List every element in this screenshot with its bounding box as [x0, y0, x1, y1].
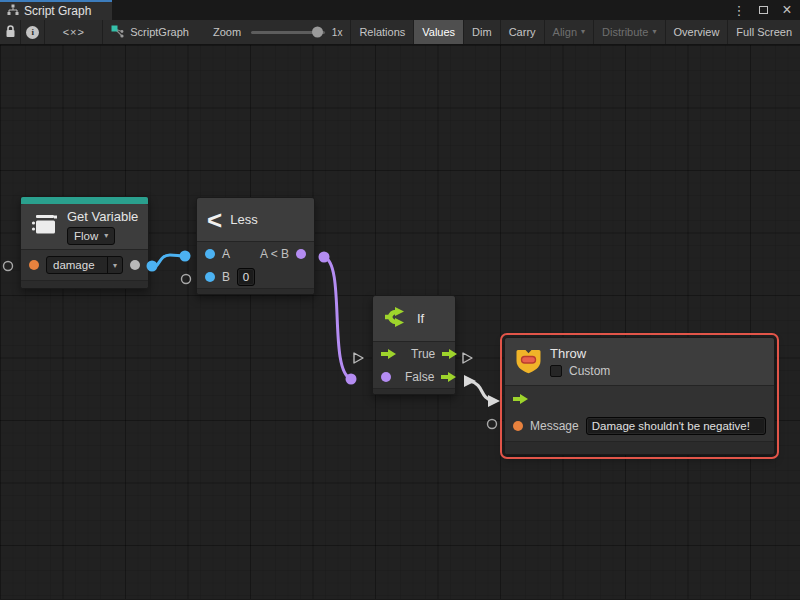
node-footer [505, 441, 774, 454]
variable-name-dropdown[interactable]: damage ▾ [46, 256, 123, 274]
node-title: Throw [550, 346, 586, 361]
graph-breadcrumb[interactable]: ScriptGraph [103, 20, 197, 44]
value-output-port[interactable] [130, 260, 140, 270]
dim-button[interactable]: Dim [464, 20, 501, 44]
flow-input-port[interactable] [381, 348, 397, 360]
node-title: Get Variable [67, 209, 138, 224]
input-b-row: B 0 [197, 265, 314, 288]
false-output-port[interactable] [441, 371, 457, 383]
zoom-slider-handle[interactable] [312, 27, 323, 38]
node-header: Get Variable Flow ▾ [21, 204, 148, 250]
overview-button[interactable]: Overview [666, 20, 729, 44]
wire-endpoint [180, 251, 191, 262]
zoom-label: Zoom [213, 26, 241, 38]
message-label: Message [530, 419, 579, 433]
variable-box-icon [31, 212, 59, 241]
variable-scope-dropdown[interactable]: Flow ▾ [67, 227, 115, 245]
wire-endpoint-arrow [488, 395, 500, 407]
input-b-field[interactable]: 0 [237, 268, 255, 286]
message-input-port[interactable] [513, 421, 523, 431]
align-button[interactable]: Align ▾ [545, 20, 594, 44]
get-variable-accent-strip [21, 197, 148, 204]
chevron-down-icon: ▾ [104, 231, 108, 240]
window-controls: ⋮ × [732, 0, 796, 20]
variable-name-port[interactable] [29, 260, 39, 270]
true-output-port[interactable] [442, 348, 458, 360]
result-output-port[interactable] [296, 249, 306, 259]
wire-endpoint [319, 252, 330, 263]
branch-icon [383, 304, 409, 334]
values-button[interactable]: Values [414, 20, 464, 44]
wire-endpoint-arrow [464, 375, 476, 387]
variable-row: damage ▾ [21, 250, 148, 280]
graph-toolbar: <×> ScriptGraph Zoom 1x Relations Values [0, 20, 800, 45]
unconnected-port-indicator[interactable] [4, 262, 13, 271]
zoom-value: 1x [332, 27, 343, 38]
wire-if-false-to-throw[interactable] [470, 381, 493, 401]
unconnected-flow-indicator[interactable] [463, 353, 472, 363]
info-icon [26, 26, 39, 39]
wire-less-to-if-condition[interactable] [324, 257, 351, 379]
node-get-variable[interactable]: Get Variable Flow ▾ damage ▾ [20, 196, 149, 289]
node-header: If [373, 296, 455, 342]
custom-label: Custom [569, 364, 610, 378]
less-than-icon: < [207, 207, 222, 233]
node-footer [21, 280, 148, 288]
flow-input-port[interactable] [513, 393, 529, 405]
maximize-icon[interactable] [756, 3, 770, 17]
chevron-down-icon: ▾ [653, 28, 657, 36]
node-less[interactable]: < Less A A < B B 0 [196, 197, 315, 295]
chevron-down-icon: ▾ [581, 28, 585, 36]
wire-damage-to-less-a[interactable] [152, 255, 185, 266]
output-label: A < B [260, 247, 289, 261]
node-title: If [417, 311, 424, 326]
lock-button[interactable] [0, 20, 21, 44]
zoom-slider[interactable] [251, 31, 325, 34]
wire-endpoint [346, 374, 357, 385]
info-button[interactable] [21, 20, 45, 44]
toolbar-button-group: Relations Values Dim Carry Align ▾ Distr… [350, 20, 800, 44]
carry-button[interactable]: Carry [501, 20, 545, 44]
node-throw[interactable]: Throw Custom Message Damage shouldn't be… [504, 337, 775, 455]
input-a-row: A A < B [197, 242, 314, 265]
tab-bar: Script Graph ⋮ × [0, 0, 800, 20]
graph-canvas[interactable]: Get Variable Flow ▾ damage ▾ < [0, 45, 800, 599]
full-screen-button[interactable]: Full Screen [728, 20, 800, 44]
true-branch-row: True [373, 342, 455, 365]
panel-menu-icon[interactable]: ⋮ [732, 3, 746, 17]
script-graph-window: Script Graph ⋮ × <×> [0, 0, 800, 600]
graph-name: ScriptGraph [130, 26, 189, 38]
chevron-down-icon: ▾ [107, 257, 122, 273]
condition-input-port[interactable] [381, 372, 391, 382]
node-header: Throw Custom [505, 338, 774, 386]
node-footer [197, 288, 314, 294]
input-a-port[interactable] [205, 249, 215, 259]
node-if[interactable]: If True False [372, 295, 456, 395]
flow-input-row [505, 386, 774, 411]
lock-icon [5, 25, 16, 40]
message-field[interactable]: Damage shouldn't be negative! [586, 417, 766, 435]
sitemap-icon [7, 2, 19, 20]
warning-shield-icon [515, 345, 542, 378]
tab-script-graph[interactable]: Script Graph [0, 0, 112, 20]
distribute-button[interactable]: Distribute ▾ [594, 20, 665, 44]
graph-node-icon [111, 25, 124, 40]
node-header: < Less [197, 198, 314, 242]
unconnected-port-indicator[interactable] [182, 275, 191, 284]
message-row: Message Damage shouldn't be negative! [505, 411, 774, 441]
node-footer [373, 388, 455, 394]
unconnected-flow-indicator[interactable] [354, 353, 363, 363]
false-branch-row: False [373, 365, 455, 388]
node-title: Less [230, 212, 257, 227]
relations-button[interactable]: Relations [351, 20, 414, 44]
code-view-button[interactable]: <×> [45, 20, 103, 44]
input-b-port[interactable] [205, 272, 215, 282]
unconnected-port-indicator[interactable] [488, 420, 497, 429]
close-icon[interactable]: × [780, 3, 794, 17]
tab-title: Script Graph [24, 4, 91, 18]
custom-checkbox[interactable] [550, 365, 562, 377]
